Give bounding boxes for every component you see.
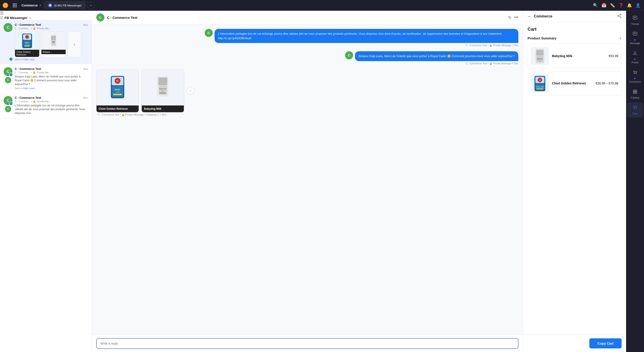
copy-cart-area: Copy Cart [523, 334, 626, 352]
rail-item-profile[interactable]: ▶ Profile [627, 48, 643, 66]
share-icon[interactable] [618, 14, 622, 19]
conversation-item[interactable]: C f C C - Commerce Test 5hrs C - Commer.… [0, 93, 92, 118]
product-price: €26.99 – €70.98 [596, 82, 618, 85]
workspace-selector[interactable]: Commerce [19, 4, 44, 7]
inbox-dropdown-icon[interactable] [29, 16, 32, 19]
back-arrow[interactable]: ← [528, 14, 532, 19]
svg-rect-42 [536, 50, 544, 56]
product-card-mini: ROYAL CANIN Chiot Golden Retriever [15, 32, 40, 57]
svg-point-66 [634, 108, 635, 109]
product-card-name: Babydog Milk [142, 106, 184, 112]
edit-icon[interactable]: ✏️ [610, 3, 615, 8]
svg-rect-31 [158, 78, 167, 85]
svg-rect-63 [635, 90, 637, 92]
conv-time: 5hrs [83, 68, 88, 70]
svg-text:ROYAL CANIN: ROYAL CANIN [536, 86, 544, 88]
message-icon [632, 32, 638, 38]
chat-products: RC ROYAL CANIN Chiot Golden Retriever [96, 70, 194, 112]
product-name: Babydog Milk [552, 54, 606, 58]
svg-rect-17 [24, 46, 30, 46]
conv-meta: C - Commer... •🔒 Private Me... [15, 71, 88, 74]
profile-avatar[interactable]: 👤 [636, 3, 640, 8]
product-price: €53.99 [608, 54, 618, 58]
hamburger-icon[interactable]: ☰ [0, 11, 4, 16]
tab-fb-icon: 💬 [48, 3, 52, 8]
inner-avatar: C [5, 106, 11, 112]
svg-point-61 [636, 74, 636, 74]
svg-rect-8 [13, 6, 14, 8]
svg-rect-53 [633, 16, 637, 19]
notifications-icon[interactable]: 🔔 [627, 3, 632, 8]
rail-item-catalog[interactable]: Catalog [627, 87, 643, 102]
rail-item-message[interactable]: ▶ Message [627, 29, 643, 47]
commerce-icon [632, 70, 638, 76]
rail-label-message: Message [630, 42, 640, 44]
product-card-mini: Babyd... [41, 32, 66, 57]
copy-cart-button[interactable]: Copy Cart [589, 338, 622, 348]
conversation-item[interactable]: C f C - Commerce Test 4hrs C - Commer...… [0, 20, 92, 64]
product-summary-header: Product Summary ∧ [528, 36, 622, 40]
conv-meta: C - Commer... • 🔒 Private Me... [15, 27, 88, 30]
profile-icon [632, 51, 638, 57]
search-icon[interactable]: 🔍 [593, 3, 598, 8]
rail-label-cart: Cart [633, 112, 638, 115]
product-card: BABYDOG MILK Babydog Milk [142, 70, 184, 112]
refresh-icon[interactable]: ↻ [508, 15, 512, 20]
products-next-arrow[interactable]: › [187, 87, 194, 94]
product-name: Chiot Golden Retriever [552, 82, 592, 85]
svg-text:MILK: MILK [162, 90, 164, 92]
bubble-text: L'information partagée lors de cet échan… [214, 29, 518, 43]
grid-menu-icon[interactable] [11, 1, 19, 10]
more-options-icon[interactable]: ••• [514, 15, 518, 20]
sidebar-header: ☰ ☑ FB Messenger [0, 11, 92, 20]
conversation-item[interactable]: C f C C - Commerce Test 5hrs C - Commer.… [0, 64, 92, 93]
logo: 🌼 [0, 2, 11, 8]
svg-text:BABYDOG: BABYDOG [160, 88, 166, 90]
svg-text:MILK: MILK [539, 60, 541, 61]
product-summary-toggle[interactable]: ∧ [619, 36, 622, 40]
rail-item-commerce[interactable]: ▶ Commerce [627, 68, 643, 86]
product-name: Babyd... [42, 50, 66, 54]
product-carousel: ROYAL CANIN Chiot Golden Retriever [15, 32, 88, 57]
thread-icon [632, 16, 638, 22]
svg-rect-4 [16, 3, 17, 4]
carousel-more[interactable]: › [68, 32, 81, 57]
conv-sent-to: Sent to Kalp Laws [15, 58, 88, 61]
svg-text:RC: RC [116, 80, 119, 82]
svg-rect-21 [52, 41, 55, 42]
rail-arrow-commerce: ▶ [634, 77, 636, 80]
reply-input[interactable] [96, 338, 518, 349]
rail-item-thread[interactable]: Thread [627, 13, 643, 28]
svg-point-59 [634, 52, 636, 54]
rail-item-cart[interactable]: Cart [627, 102, 643, 118]
svg-text:ROYAL: ROYAL [115, 89, 120, 90]
rail-arrow-profile: ▶ [634, 58, 636, 60]
conv-sent-to: Sent to Kalp Laws [15, 87, 88, 90]
add-tab-button[interactable]: + [87, 2, 94, 9]
svg-point-67 [636, 108, 636, 109]
cart-icon [632, 105, 638, 111]
svg-rect-3 [14, 3, 16, 4]
conv-preview: Bonjour Kalp Laws, Merci de l'intérêt qu… [15, 75, 88, 86]
chat-contact-avatar: C [96, 14, 104, 22]
fb-messenger-tab[interactable]: 💬 (6.8K) FB Messenger [44, 1, 86, 9]
help-icon[interactable]: ❓ [618, 3, 624, 8]
panel-title: Commerce [534, 14, 615, 18]
rail-label-catalog: Catalog [631, 96, 639, 99]
conv-time: 5hrs [83, 96, 88, 99]
svg-text:RC: RC [539, 80, 541, 81]
calendar-icon[interactable]: 📅 [602, 3, 606, 8]
product-thumbnail: BABYDOG MILK [531, 47, 549, 65]
svg-rect-64 [633, 92, 635, 94]
platform-icon: f [9, 102, 13, 106]
bubble-meta: C - Commerce Test • 🔒 Private Message • … [96, 113, 166, 116]
product-card: RC ROYAL CANIN Chiot Golden Retriever [96, 70, 139, 112]
platform-icon: f [9, 57, 13, 61]
checkbox-icon[interactable]: ☑ [0, 16, 3, 20]
cart-section: Cart Product Summary ∧ BABYDOG MILK [523, 22, 626, 334]
product-name: Chiot Golden Retriever [15, 50, 39, 57]
product-card-name: Chiot Golden Retriever [96, 106, 138, 112]
svg-text:BABYDOG: BABYDOG [537, 58, 543, 60]
svg-rect-29 [113, 94, 122, 95]
cart-title: Cart [528, 27, 622, 32]
